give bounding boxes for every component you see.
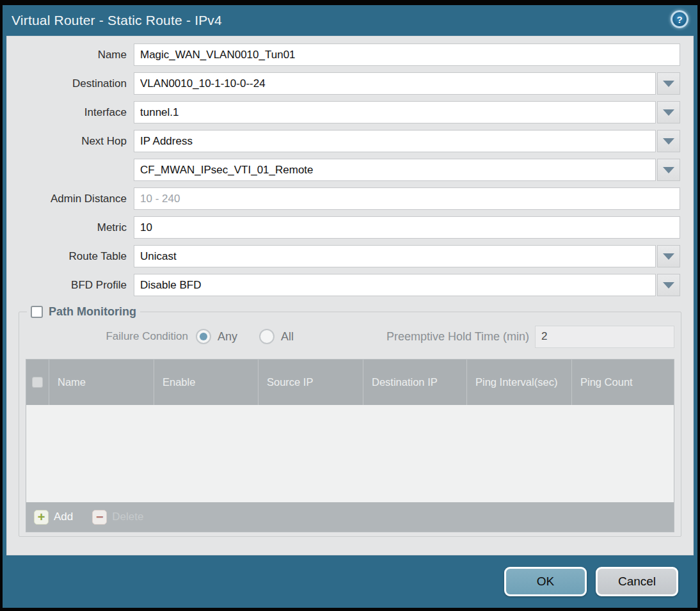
failure-condition-row: Failure Condition Any All Preemptive Hol… <box>26 325 674 348</box>
preemptive-hold-time: Preemptive Hold Time (min) <box>386 326 674 348</box>
destination-dropdown-button[interactable] <box>657 72 680 95</box>
metric-label: Metric <box>7 221 134 234</box>
admin-distance-row: Admin Distance <box>7 187 680 210</box>
failure-condition-all-option[interactable]: All <box>259 329 294 344</box>
select-all-checkbox[interactable] <box>32 377 43 388</box>
next-hop-address-dropdown-button[interactable] <box>657 159 680 181</box>
chevron-down-icon <box>663 282 674 289</box>
table-body-empty <box>26 405 674 502</box>
column-header-destination-ip[interactable]: Destination IP <box>363 360 466 405</box>
name-label: Name <box>7 49 134 61</box>
radio-all-icon <box>259 329 274 344</box>
dialog-title: Virtual Router - Static Route - IPv4 <box>12 13 222 28</box>
delete-button-label: Delete <box>112 511 143 523</box>
path-monitoring-legend: Path Monitoring <box>27 305 140 319</box>
select-all-column <box>26 360 49 405</box>
failure-condition-any-option[interactable]: Any <box>196 329 237 344</box>
radio-all-label: All <box>281 330 294 344</box>
path-monitoring-title: Path Monitoring <box>49 305 136 319</box>
path-monitoring-section: Path Monitoring Failure Condition Any Al… <box>19 305 681 537</box>
bfd-profile-label: BFD Profile <box>7 279 134 292</box>
dialog-footer: OK Cancel <box>3 555 697 608</box>
cancel-button[interactable]: Cancel <box>596 567 678 596</box>
chevron-down-icon <box>663 138 674 145</box>
column-header-enable[interactable]: Enable <box>154 360 258 405</box>
admin-distance-label: Admin Distance <box>7 193 134 205</box>
static-route-dialog: Virtual Router - Static Route - IPv4 ? N… <box>0 0 700 611</box>
chevron-down-icon <box>663 109 674 116</box>
delete-button[interactable]: − Delete <box>92 510 143 525</box>
path-monitoring-checkbox[interactable] <box>31 306 43 318</box>
destination-label: Destination <box>7 77 134 90</box>
radio-any-icon <box>196 329 211 344</box>
radio-any-label: Any <box>218 330 237 344</box>
name-input[interactable] <box>134 44 680 66</box>
add-button-label: Add <box>54 511 73 523</box>
ok-button[interactable]: OK <box>504 567 587 596</box>
next-hop-address-input[interactable] <box>134 159 656 181</box>
destination-input[interactable] <box>134 72 656 95</box>
column-header-ping-interval[interactable]: Ping Interval(sec) <box>466 360 571 405</box>
help-icon[interactable]: ? <box>671 10 688 28</box>
table-toolbar: + Add − Delete <box>26 502 674 532</box>
table-header-row: Name Enable Source IP Destination IP Pin… <box>26 360 674 405</box>
next-hop-row: Next Hop <box>7 130 680 152</box>
chevron-down-icon <box>663 253 674 260</box>
column-header-source-ip[interactable]: Source IP <box>258 360 363 405</box>
next-hop-address-row <box>7 159 680 181</box>
bfd-profile-row: BFD Profile <box>7 274 680 296</box>
interface-row: Interface <box>7 101 680 123</box>
minus-icon: − <box>92 510 107 525</box>
route-table-row: Route Table <box>7 245 680 267</box>
column-header-ping-count[interactable]: Ping Count <box>571 360 674 405</box>
plus-icon: + <box>34 510 49 525</box>
failure-condition-label: Failure Condition <box>26 330 196 343</box>
metric-row: Metric <box>7 216 680 239</box>
add-button[interactable]: + Add <box>34 510 73 525</box>
path-monitoring-table: Name Enable Source IP Destination IP Pin… <box>26 359 674 532</box>
metric-input[interactable] <box>134 216 680 239</box>
interface-label: Interface <box>7 106 134 119</box>
admin-distance-input[interactable] <box>134 187 680 210</box>
route-table-dropdown-button[interactable] <box>657 245 680 267</box>
dialog-body: Name Destination Interface <box>6 36 694 555</box>
route-table-input[interactable] <box>134 245 656 267</box>
chevron-down-icon <box>663 167 674 173</box>
interface-dropdown-button[interactable] <box>657 101 680 123</box>
preemptive-hold-time-input[interactable] <box>535 326 674 348</box>
column-header-name[interactable]: Name <box>49 360 154 405</box>
name-row: Name <box>7 44 680 66</box>
next-hop-type-input[interactable] <box>134 130 656 152</box>
bfd-profile-input[interactable] <box>134 274 656 296</box>
next-hop-type-dropdown-button[interactable] <box>657 130 680 152</box>
route-table-label: Route Table <box>7 250 134 263</box>
chevron-down-icon <box>663 81 674 87</box>
destination-row: Destination <box>7 72 680 95</box>
interface-input[interactable] <box>134 101 656 123</box>
next-hop-label: Next Hop <box>7 135 134 148</box>
bfd-profile-dropdown-button[interactable] <box>657 274 680 296</box>
preemptive-hold-time-label: Preemptive Hold Time (min) <box>386 330 535 344</box>
dialog-titlebar: Virtual Router - Static Route - IPv4 ? <box>3 5 697 36</box>
